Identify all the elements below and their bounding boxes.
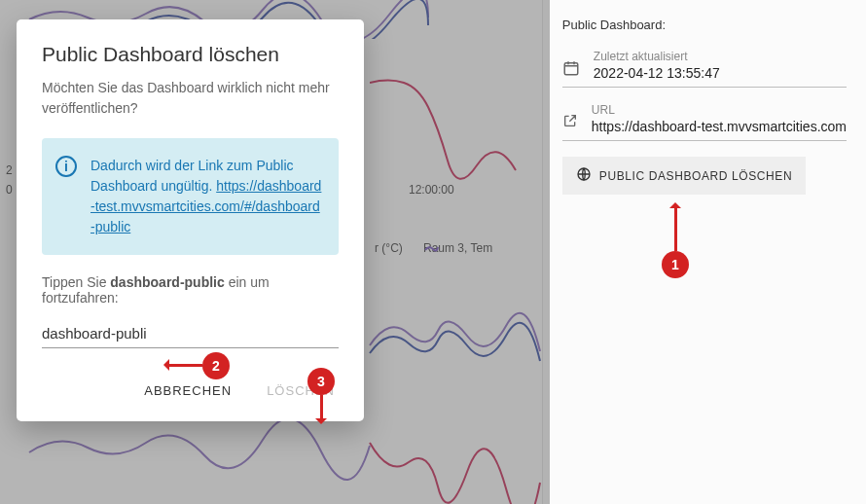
svg-rect-0 xyxy=(564,63,578,75)
panel-title: Public Dashboard: xyxy=(562,18,847,32)
delete-public-dashboard-button[interactable]: PUBLIC DASHBOARD LÖSCHEN xyxy=(562,157,806,195)
annotation-2: 2 xyxy=(202,352,230,379)
annotation-arrow xyxy=(674,204,677,251)
url-field: URL https://dashboard-test.mvvsmartcitie… xyxy=(562,103,847,141)
annotation-3: 3 xyxy=(307,368,335,395)
globe-icon xyxy=(576,166,592,185)
calendar-icon xyxy=(562,59,580,80)
side-panel: Public Dashboard: Zuletzt aktualisiert 2… xyxy=(542,0,866,504)
delete-button-label: PUBLIC DASHBOARD LÖSCHEN xyxy=(599,169,792,183)
dialog-title: Public Dashboard löschen xyxy=(42,43,339,66)
annotation-arrow xyxy=(165,364,202,367)
annotation-arrow xyxy=(320,395,323,422)
confirm-instruction: Tippen Sie dashboard-public ein um fortz… xyxy=(42,274,339,306)
confirm-input[interactable] xyxy=(42,321,339,348)
dialog-subtext: Möchten Sie das Dashboard wirklich nicht… xyxy=(42,78,339,119)
updated-value: 2022-04-12 13:55:47 xyxy=(594,65,847,81)
url-label: URL xyxy=(592,103,847,117)
info-alert: i Dadurch wird der Link zum Public Dashb… xyxy=(42,138,339,255)
updated-label: Zuletzt aktualisiert xyxy=(594,50,847,63)
external-link-icon xyxy=(562,113,578,131)
cancel-button[interactable]: ABBRECHEN xyxy=(140,378,235,404)
url-value[interactable]: https://dashboard-test.mvvsmartcities.co… xyxy=(592,119,847,134)
info-icon: i xyxy=(55,156,77,177)
updated-field: Zuletzt aktualisiert 2022-04-12 13:55:47 xyxy=(562,50,847,88)
delete-confirmation-dialog: Public Dashboard löschen Möchten Sie das… xyxy=(17,19,364,421)
annotation-1: 1 xyxy=(662,251,689,278)
